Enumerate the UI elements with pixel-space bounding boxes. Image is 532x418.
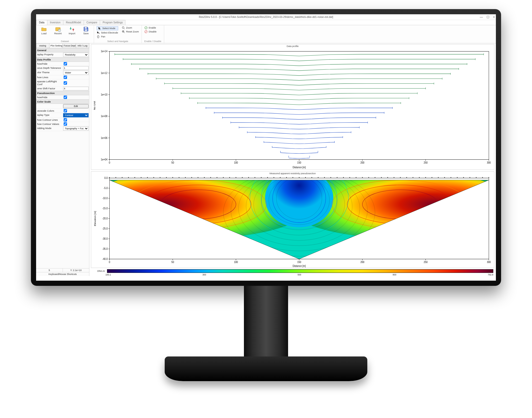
- svg-point-179: [368, 177, 369, 178]
- svg-text:100: 100: [234, 161, 238, 164]
- monitor-stand-neck: [244, 286, 288, 359]
- reset-zoom-button[interactable]: Reset Zoom: [122, 30, 139, 33]
- sidebar-tab-plot-settings[interactable]: Plot Settings: [49, 43, 63, 48]
- recent-button[interactable]: Recent: [53, 26, 63, 35]
- svg-point-161: [255, 177, 255, 178]
- svg-point-145: [154, 177, 154, 178]
- window-close-button[interactable]: ×: [493, 14, 495, 20]
- svg-point-198: [489, 177, 489, 178]
- pan-button[interactable]: Pan: [97, 35, 118, 38]
- display-type-select[interactable]: Contour: [63, 113, 89, 117]
- svg-text:200: 200: [361, 161, 364, 164]
- section-color-scale: Color Scale: [36, 99, 89, 104]
- show-contour-values-checkbox[interactable]: [64, 122, 67, 126]
- svg-text:50: 50: [171, 161, 174, 164]
- window-title: Res2DInv 5.0.0 - [C:\Users\Toke.Soeltoft…: [199, 16, 333, 18]
- folder-open-icon: [41, 26, 47, 32]
- reset-zoom-icon: [122, 30, 125, 33]
- svg-point-140: [122, 177, 122, 178]
- chart-data-profile[interactable]: Data profile 050100150200250300Distance …: [91, 44, 494, 170]
- svg-point-152: [198, 177, 198, 178]
- sidebar-tab-processing[interactable]: essing: [36, 43, 49, 48]
- import-arrows-icon: [69, 26, 75, 32]
- autoscale-checkbox[interactable]: [64, 109, 67, 112]
- svg-text:300: 300: [487, 161, 491, 164]
- prop-gridding-mode: ridding Mode: [36, 126, 63, 131]
- svg-point-176: [349, 177, 350, 178]
- ribbon-group-label: Dataset: [39, 40, 91, 43]
- prop-sep-lr: eparate Left/Right Conf: [36, 79, 63, 86]
- focus-depth-tol-input[interactable]: [63, 66, 89, 70]
- tab-data[interactable]: Data: [36, 20, 47, 25]
- data-profile-svg: 050100150200250300Distance [m]1e+041e+06…: [91, 44, 494, 170]
- show-hide-1-checkbox[interactable]: [64, 62, 67, 65]
- window-minimize-button[interactable]: —: [480, 14, 483, 20]
- svg-text:Distance [m]: Distance [m]: [293, 264, 306, 267]
- display-property-select[interactable]: Resistivity: [63, 53, 89, 57]
- svg-point-186: [413, 177, 413, 178]
- color-theme-select[interactable]: Water: [63, 71, 89, 75]
- svg-text:-40.0: -40.0: [102, 257, 108, 260]
- chart-pseudosection[interactable]: Measured apparent resistivity pseudosect…: [91, 171, 494, 268]
- svg-text:200: 200: [361, 261, 364, 264]
- svg-text:300: 300: [487, 261, 491, 264]
- svg-text:0.0: 0.0: [104, 176, 108, 179]
- svg-point-171: [318, 177, 318, 178]
- gridding-mode-select[interactable]: Topography + Focus Points: [63, 126, 89, 131]
- svg-point-159: [242, 177, 242, 178]
- svg-point-143: [141, 177, 141, 178]
- sidebar-tab-info-log[interactable]: Info \ Log: [76, 43, 89, 48]
- svg-rect-2: [85, 27, 87, 29]
- svg-text:-20.0: -20.0: [102, 217, 108, 220]
- select-mode-button[interactable]: Select Mode: [97, 26, 118, 30]
- svg-point-197: [482, 177, 483, 178]
- svg-point-175: [343, 177, 344, 178]
- keyboard-shortcuts-link[interactable]: Keyboard/Mouse Shortcuts: [36, 272, 89, 276]
- svg-text:1e+04: 1e+04: [101, 158, 108, 161]
- enable-button[interactable]: Enable: [144, 26, 157, 29]
- svg-text:-25.0: -25.0: [102, 227, 108, 230]
- svg-point-168: [299, 177, 299, 178]
- ribbon-group-select-navigate: Select Mode Select Electrode Pan Zoom Re…: [94, 25, 142, 43]
- sidebar-tab-focus-depths[interactable]: Focus Depths: [63, 43, 76, 48]
- tab-compare[interactable]: Compare: [84, 20, 100, 25]
- svg-rect-3: [85, 29, 87, 31]
- color-scale-edit-button[interactable]: Edit: [63, 104, 89, 108]
- show-hide-2-checkbox[interactable]: [64, 96, 67, 99]
- show-contour-lines-checkbox[interactable]: [64, 118, 67, 122]
- save-button[interactable]: Save: [81, 26, 91, 35]
- curve-shift-input[interactable]: [63, 87, 89, 90]
- svg-point-174: [337, 177, 337, 178]
- tab-result[interactable]: Result/Model: [63, 20, 84, 25]
- tab-inversion[interactable]: Inversion: [47, 20, 63, 25]
- svg-point-144: [147, 177, 148, 178]
- svg-point-165: [280, 177, 280, 178]
- zoom-button[interactable]: Zoom: [122, 26, 139, 29]
- svg-point-151: [191, 177, 192, 178]
- svg-text:250: 250: [424, 261, 428, 264]
- sep-lr-checkbox[interactable]: [64, 81, 67, 85]
- svg-point-146: [160, 177, 160, 178]
- colorbar-labels: 183.1 300 500 800 782.8: [89, 273, 496, 276]
- show-lines-checkbox[interactable]: [64, 76, 67, 79]
- ribbon-group-dataset: Load Recent Import Save: [36, 25, 94, 43]
- svg-point-166: [286, 177, 287, 178]
- svg-text:No Unit: No Unit: [93, 101, 96, 110]
- svg-point-147: [166, 177, 167, 178]
- window-maximize-button[interactable]: ☐: [487, 14, 489, 20]
- svg-point-172: [324, 177, 325, 178]
- select-electrode-button[interactable]: Select Electrode: [97, 31, 118, 34]
- svg-text:1e+12: 1e+12: [101, 71, 107, 75]
- svg-point-169: [305, 177, 306, 178]
- main-tabstrip: Data Inversion Result/Model Compare Prog…: [36, 20, 496, 25]
- monitor-bezel: Res2DInv 5.0.0 - [C:\Users\Toke.Soeltoft…: [31, 9, 501, 286]
- svg-point-141: [128, 177, 129, 178]
- import-button[interactable]: Import: [67, 26, 77, 35]
- svg-text:Elevation [m]: Elevation [m]: [94, 211, 96, 226]
- disable-button[interactable]: Disable: [144, 30, 157, 33]
- cursor-plus-icon: [97, 31, 100, 34]
- tab-program-settings[interactable]: Program Settings: [100, 20, 125, 25]
- svg-text:150: 150: [297, 261, 301, 264]
- load-button[interactable]: Load: [39, 26, 49, 35]
- zoom-icon: [122, 26, 125, 29]
